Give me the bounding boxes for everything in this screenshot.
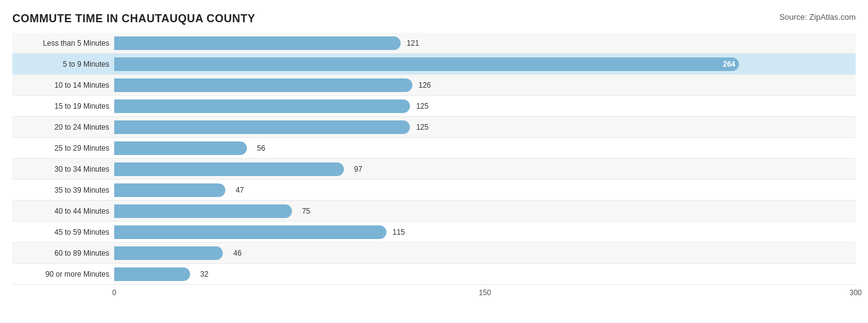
bar-row: Less than 5 Minutes121 bbox=[12, 33, 856, 54]
bar: 47 bbox=[114, 183, 225, 197]
bar-value: 264 bbox=[723, 60, 735, 69]
bar-row: 45 to 59 Minutes115 bbox=[12, 222, 856, 243]
x-tick-label: 300 bbox=[849, 288, 862, 297]
bar: 125 bbox=[114, 120, 410, 134]
bar: 75 bbox=[114, 204, 292, 218]
bar-value: 115 bbox=[393, 228, 405, 237]
bar-label: 90 or more Minutes bbox=[12, 270, 114, 279]
bar-value: 75 bbox=[302, 207, 310, 216]
bar: 115 bbox=[114, 225, 386, 239]
bar-label: 20 to 24 Minutes bbox=[12, 123, 114, 132]
bar-label: Less than 5 Minutes bbox=[12, 39, 114, 48]
bar-row: 30 to 34 Minutes97 bbox=[12, 159, 856, 180]
bar-container: 126 bbox=[114, 75, 856, 95]
bar: 97 bbox=[114, 162, 344, 176]
bar: 264 bbox=[114, 57, 739, 71]
bar-label: 45 to 59 Minutes bbox=[12, 228, 114, 237]
bar-container: 121 bbox=[114, 33, 856, 53]
bar-value: 121 bbox=[407, 39, 419, 48]
bar-value: 56 bbox=[257, 144, 265, 153]
chart-area: Less than 5 Minutes1215 to 9 Minutes2641… bbox=[12, 33, 856, 301]
bar: 126 bbox=[114, 78, 412, 92]
bar-container: 47 bbox=[114, 180, 856, 200]
bar-container: 115 bbox=[114, 222, 856, 242]
bar: 46 bbox=[114, 246, 223, 260]
bar-label: 5 to 9 Minutes bbox=[12, 60, 114, 69]
bar-value: 47 bbox=[236, 186, 244, 195]
bar-row: 60 to 89 Minutes46 bbox=[12, 243, 856, 264]
bar-label: 35 to 39 Minutes bbox=[12, 186, 114, 195]
bar-label: 10 to 14 Minutes bbox=[12, 81, 114, 90]
bar-container: 46 bbox=[114, 243, 856, 263]
bar-value: 32 bbox=[200, 270, 208, 279]
bar-row: 25 to 29 Minutes56 bbox=[12, 138, 856, 159]
bar-label: 30 to 34 Minutes bbox=[12, 165, 114, 174]
bar: 121 bbox=[114, 36, 401, 50]
x-tick-label: 150 bbox=[478, 288, 491, 297]
bar-container: 32 bbox=[114, 264, 856, 284]
bar: 56 bbox=[114, 141, 247, 155]
bar-value: 125 bbox=[416, 123, 428, 132]
bar-container: 125 bbox=[114, 96, 856, 116]
bar-row: 90 or more Minutes32 bbox=[12, 264, 856, 285]
bar-row: 10 to 14 Minutes126 bbox=[12, 75, 856, 96]
bar-value: 97 bbox=[354, 165, 362, 174]
bar-row: 35 to 39 Minutes47 bbox=[12, 180, 856, 201]
chart-title: COMMUTE TIME IN CHAUTAUQUA COUNTY bbox=[12, 12, 255, 25]
bar-label: 15 to 19 Minutes bbox=[12, 102, 114, 111]
bar-value: 125 bbox=[416, 102, 428, 111]
bar: 125 bbox=[114, 99, 410, 113]
bar-container: 56 bbox=[114, 138, 856, 158]
bar-container: 75 bbox=[114, 201, 856, 221]
bar-row: 40 to 44 Minutes75 bbox=[12, 201, 856, 222]
bar-label: 25 to 29 Minutes bbox=[12, 144, 114, 153]
bar-row: 20 to 24 Minutes125 bbox=[12, 117, 856, 138]
bar-label: 40 to 44 Minutes bbox=[12, 207, 114, 216]
source-label: Source: ZipAtlas.com bbox=[779, 12, 856, 22]
bar-container: 125 bbox=[114, 117, 856, 137]
bar-container: 264 bbox=[114, 54, 856, 74]
bar-label: 60 to 89 Minutes bbox=[12, 249, 114, 258]
bar-row: 5 to 9 Minutes264 bbox=[12, 54, 856, 75]
x-tick-label: 0 bbox=[112, 288, 117, 297]
bar-row: 15 to 19 Minutes125 bbox=[12, 96, 856, 117]
bar-value: 46 bbox=[233, 249, 241, 258]
bar-container: 97 bbox=[114, 159, 856, 179]
x-axis: 0150300 bbox=[12, 288, 856, 301]
bar: 32 bbox=[114, 267, 190, 281]
bar-value: 126 bbox=[419, 81, 431, 90]
